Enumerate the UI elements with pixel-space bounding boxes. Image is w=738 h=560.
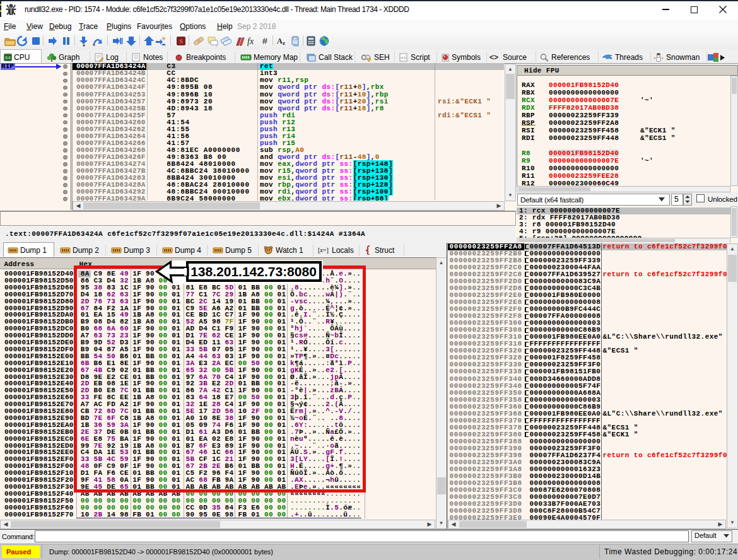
svg-text:A: A xyxy=(277,37,283,45)
svg-text:fx: fx xyxy=(247,37,254,46)
svg-text:#: # xyxy=(262,36,267,46)
svg-text:<>: <> xyxy=(401,55,406,61)
svg-text:S: S xyxy=(179,37,183,45)
svg-text:z: z xyxy=(283,40,285,46)
svg-text:64: 64 xyxy=(5,55,10,61)
